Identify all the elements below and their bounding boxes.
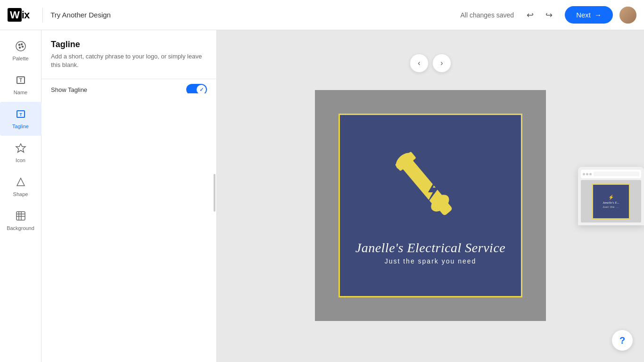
- show-tagline-row: Show Tagline ✓: [51, 84, 207, 93]
- avatar-image: [619, 7, 636, 24]
- toggle-check-icon: ✓: [199, 87, 204, 93]
- svg-marker-9: [16, 144, 25, 152]
- toggle-knob: ✓: [197, 85, 206, 93]
- palette-label: Palette: [12, 56, 28, 61]
- logo-tagline-text: Just the spark you need: [355, 257, 506, 265]
- sidebar-icons: Palette T Name T Tagline: [0, 30, 41, 362]
- shape-icon: [15, 176, 26, 189]
- svg-point-0: [16, 41, 25, 51]
- name-icon: T: [15, 74, 26, 88]
- canvas-next-button[interactable]: ›: [432, 54, 451, 73]
- preview-logo-mini: ⚡ Janelle's E... Just the ...: [592, 184, 630, 219]
- preview-tagline-mini: Just the ...: [603, 206, 619, 208]
- help-icon: ?: [619, 335, 625, 346]
- logo-inner: Janelle's Electrical Service Just the sp…: [339, 114, 522, 297]
- preview-company-mini: Janelle's E...: [603, 201, 619, 205]
- user-avatar[interactable]: [619, 7, 636, 24]
- browser-dot-2: [586, 173, 588, 175]
- canvas-prev-button[interactable]: ‹: [410, 54, 429, 73]
- main-layout: Palette T Name T Tagline: [0, 30, 644, 362]
- panel-body: Show Tagline ✓ Add or Edit Text Font: [41, 84, 216, 93]
- sidebar-item-palette[interactable]: Palette: [0, 34, 41, 68]
- svg-point-2: [21, 44, 22, 45]
- svg-marker-10: [17, 178, 25, 186]
- svg-text:T: T: [19, 112, 22, 117]
- wix-logo: Wix: [8, 9, 29, 21]
- show-tagline-label: Show Tagline: [51, 86, 87, 93]
- logo-text-area: Janelle's Electrical Service Just the sp…: [355, 240, 506, 265]
- browser-dot-3: [589, 173, 592, 175]
- browser-dots: [583, 173, 592, 175]
- logo-icon-svg: [383, 146, 478, 236]
- panel: Tagline Add a short, catchy phrase to yo…: [41, 30, 217, 362]
- next-button[interactable]: Next →: [565, 6, 613, 24]
- svg-point-1: [18, 44, 20, 46]
- tagline-icon: T: [15, 108, 26, 122]
- canvas-navigation: ‹ ›: [410, 54, 451, 73]
- sidebar-item-name[interactable]: T Name: [0, 68, 41, 102]
- next-arrow-icon: →: [594, 11, 602, 19]
- background-label: Background: [7, 225, 34, 231]
- undo-button[interactable]: ↩: [521, 7, 538, 24]
- sidebar-item-shape[interactable]: Shape: [0, 170, 41, 204]
- undo-redo-group: ↩ ↪: [521, 7, 557, 24]
- panel-header: Tagline Add a short, catchy phrase to yo…: [41, 30, 216, 74]
- icon-label: Icon: [16, 157, 25, 163]
- browser-dot-1: [583, 173, 585, 175]
- shape-label: Shape: [13, 191, 28, 197]
- canvas-area: ‹ ›: [217, 30, 644, 362]
- panel-subtitle: Add a short, catchy phrase to your logo,…: [51, 52, 207, 69]
- sidebar-item-background[interactable]: Background: [0, 204, 41, 238]
- sidebar-item-icon[interactable]: Icon: [0, 136, 41, 170]
- background-icon: [15, 210, 26, 223]
- panel-scrollbar-thumb: [214, 174, 215, 212]
- next-label: Next: [576, 11, 591, 19]
- panel-divider-top: [41, 79, 216, 79]
- help-button[interactable]: ?: [612, 330, 633, 351]
- show-tagline-inline: Show Tagline ✓: [51, 84, 207, 93]
- preview-card: ⚡ Janelle's E... Just the ...: [578, 167, 644, 225]
- palette-icon: [15, 41, 26, 54]
- save-status: All changes saved: [461, 11, 514, 19]
- logo-card: Janelle's Electrical Service Just the sp…: [315, 90, 546, 321]
- panel-title: Tagline: [51, 40, 207, 49]
- svg-rect-11: [17, 212, 25, 220]
- browser-preview: ⚡ Janelle's E... Just the ...: [578, 167, 644, 225]
- top-nav: Wix Try Another Design All changes saved…: [0, 0, 644, 30]
- svg-point-3: [22, 46, 23, 48]
- sidebar-item-tagline[interactable]: T Tagline: [0, 102, 41, 136]
- browser-url-bar: [594, 172, 639, 176]
- browser-bar: [581, 170, 641, 178]
- svg-point-4: [19, 47, 20, 49]
- browser-content: ⚡ Janelle's E... Just the ...: [581, 180, 641, 222]
- nav-divider: [42, 8, 43, 23]
- redo-button[interactable]: ↪: [540, 7, 557, 24]
- show-tagline-toggle[interactable]: ✓: [186, 84, 207, 93]
- nav-title: Try Another Design: [50, 11, 111, 19]
- svg-text:T: T: [19, 78, 22, 83]
- logo-company-name: Janelle's Electrical Service: [355, 240, 506, 255]
- icon-nav-icon: [15, 142, 26, 156]
- tagline-label: Tagline: [12, 123, 29, 129]
- name-label: Name: [14, 90, 27, 95]
- preview-icon-mini: ⚡: [608, 195, 614, 200]
